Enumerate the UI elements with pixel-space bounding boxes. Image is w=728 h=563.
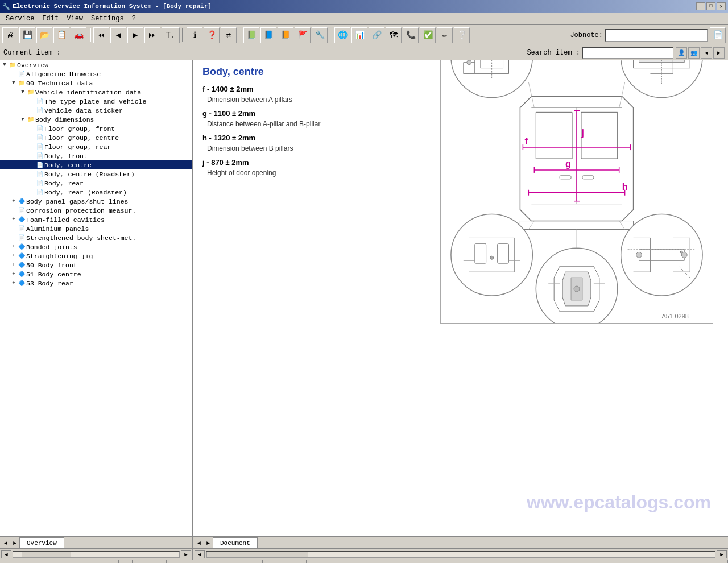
scroll-left-btn[interactable]: ◄: [1, 550, 11, 558]
minimize-button[interactable]: ─: [696, 2, 705, 10]
tree-item-allgemeine[interactable]: 📄 Allgemeine Hinweise: [0, 69, 192, 78]
toolbar-save-btn[interactable]: 💾: [19, 27, 35, 43]
toolbar-pencil-btn[interactable]: ✏: [437, 27, 453, 43]
tree-item-strengthened[interactable]: 📄 Strengthened body sheet-met.: [0, 233, 192, 242]
toolbar-first-btn[interactable]: ⏮: [93, 27, 109, 43]
search-forward-btn[interactable]: ▶: [713, 47, 725, 59]
menu-settings[interactable]: Settings: [88, 14, 127, 24]
tree-item-corrosion[interactable]: 📄 Corrosion protection measur.: [0, 206, 192, 215]
tree-item-floor-front[interactable]: 📄 Floor group, front: [0, 124, 192, 133]
toolbar-book1-btn[interactable]: 📗: [243, 27, 259, 43]
expand-icon: [28, 125, 35, 133]
title-bar-controls[interactable]: ─ □ ✕: [696, 2, 726, 10]
toolbar-doc-btn[interactable]: 📋: [53, 27, 69, 43]
search-person-btn[interactable]: 👤: [676, 47, 687, 59]
tree-label: The type plate and vehicle: [44, 98, 146, 105]
tree-label: Strengthened body sheet-met.: [26, 234, 136, 242]
tree-label: Vehicle identification data: [35, 89, 141, 96]
tree-item-vehicle-data[interactable]: 📄 Vehicle data sticker: [0, 106, 192, 115]
menu-edit[interactable]: Edit: [39, 14, 62, 24]
toolbar-last-btn[interactable]: ⏭: [144, 27, 160, 43]
toolbar-link-btn[interactable]: 🔗: [369, 27, 384, 43]
toolbar-car-btn[interactable]: 🚗: [71, 27, 86, 43]
left-scrollbar-area: ◄ ► Overview ◄ ►: [0, 537, 193, 560]
expand-icon: [28, 106, 35, 114]
tree-item-body-rear[interactable]: 📄 Body, rear: [0, 179, 192, 188]
tree-item-aluminium[interactable]: 📄 Aluminium panels: [0, 224, 192, 233]
right-scroll-left[interactable]: ◄: [195, 539, 204, 548]
toolbar-print-btn[interactable]: 🖨: [2, 27, 18, 43]
toolbar-map-btn[interactable]: 🗺: [386, 27, 402, 43]
search-back-btn[interactable]: ◀: [701, 47, 712, 59]
toolbar-exchange-btn[interactable]: ⇄: [221, 27, 237, 43]
tree-item-body-front[interactable]: 📄 Body, front: [0, 151, 192, 160]
toolbar-next-btn[interactable]: ▶: [127, 27, 143, 43]
tree-item-body-centre[interactable]: 📄 Body, centre: [0, 160, 192, 169]
menu-help[interactable]: ?: [129, 14, 139, 24]
toolbar-q-btn[interactable]: ❔: [454, 27, 470, 43]
expand-icon: +: [10, 197, 17, 205]
scroll-track-left[interactable]: [13, 551, 180, 558]
toolbar-prev-btn[interactable]: ◀: [110, 27, 126, 43]
jobnote-area: Jobnote: 📄: [570, 27, 726, 43]
toolbar-book2-btn[interactable]: 📘: [260, 27, 276, 43]
tab-document[interactable]: Document: [213, 537, 258, 549]
left-scroll-right[interactable]: ►: [10, 539, 19, 548]
tree-item-53[interactable]: + 🔷 53 Body rear: [0, 279, 192, 288]
close-button[interactable]: ✕: [717, 2, 726, 10]
maximize-button[interactable]: □: [706, 2, 715, 10]
search-person2-btn[interactable]: 👥: [688, 47, 700, 59]
jobnote-input[interactable]: [605, 29, 708, 42]
toolbar-help-btn[interactable]: ❓: [204, 27, 220, 43]
doc-icon: 📄: [35, 134, 44, 142]
scroll-right-btn2[interactable]: ►: [717, 550, 727, 558]
tree-item-50[interactable]: + 🔷 50 Body front: [0, 260, 192, 270]
toolbar-phone-btn[interactable]: 📞: [403, 27, 419, 43]
status-num2: 1: [714, 560, 728, 563]
tree-label: Aluminium panels: [26, 225, 89, 233]
tree-item-floor-centre[interactable]: 📄 Floor group, centre: [0, 133, 192, 142]
tree-item-panel-gaps[interactable]: + 🔷 Body panel gaps/shut lines: [0, 197, 192, 206]
tree-label: Foam-filled cavities: [26, 216, 105, 223]
folder-icon: 📁: [17, 79, 26, 87]
toolbar-book3-btn[interactable]: 📙: [278, 27, 293, 43]
tree-item-straightening[interactable]: + 🔷 Straightening jig: [0, 251, 192, 260]
tree-item-technical[interactable]: ▼ 📁 00 Technical data: [0, 78, 192, 88]
toolbar-wrench-btn[interactable]: 🔧: [312, 27, 328, 43]
search-input[interactable]: [582, 47, 673, 59]
doc-icon: 📄: [35, 179, 44, 187]
tree-item-body-rear-roadster[interactable]: 📄 Body, rear (Roadster): [0, 188, 192, 197]
tab-overview[interactable]: Overview: [19, 537, 64, 549]
menu-view[interactable]: View: [63, 14, 86, 24]
left-scroll-left[interactable]: ◄: [1, 539, 10, 548]
toolbar-check-btn[interactable]: ✅: [420, 27, 436, 43]
scroll-left-btn2[interactable]: ◄: [195, 550, 205, 558]
toolbar-open-btn[interactable]: 📂: [36, 27, 52, 43]
toolbar-flag-btn[interactable]: 🚩: [295, 27, 311, 43]
tree-item-overview[interactable]: ▼ 📁 Overview: [0, 60, 192, 69]
body-diagram: f g h j A51-0: [441, 60, 713, 323]
tree-item-body-centre-roadster[interactable]: 📄 Body, centre (Roadster): [0, 169, 192, 179]
scroll-track-right[interactable]: [206, 551, 715, 558]
toolbar-globe-btn[interactable]: 🌐: [334, 27, 350, 43]
tree-item-body-dim[interactable]: ▼ 📁 Body dimensions: [0, 115, 192, 124]
tree-item-type-plate[interactable]: 📄 The type plate and vehicle: [0, 97, 192, 106]
tree-item-floor-rear[interactable]: 📄 Floor group, rear: [0, 142, 192, 151]
toolbar-chart-btn[interactable]: 📊: [351, 27, 367, 43]
jobnote-action-btn[interactable]: 📄: [710, 27, 726, 43]
tree-label: 53 Body rear: [26, 280, 73, 287]
right-scroll-right[interactable]: ►: [204, 539, 213, 548]
toolbar-text-btn[interactable]: T.: [162, 27, 180, 43]
scroll-right-btn[interactable]: ►: [181, 550, 191, 558]
toolbar-info-btn[interactable]: ℹ: [187, 27, 202, 43]
tree-item-vehicle-id[interactable]: ▼ 📁 Vehicle identification data: [0, 88, 192, 97]
menu-service[interactable]: Service: [2, 14, 38, 24]
tree-item-foam[interactable]: + 🔷 Foam-filled cavities: [0, 215, 192, 224]
tree-label: Body panel gaps/shut lines: [26, 198, 128, 205]
tree-item-51[interactable]: + 🔷 51 Body centre: [0, 270, 192, 279]
tree-item-bonded[interactable]: + 🔷 Bonded joints: [0, 242, 192, 251]
svg-point-14: [636, 252, 642, 258]
svg-text:g: g: [565, 159, 571, 169]
doc-icon: 📄: [35, 125, 44, 133]
jobnote-label: Jobnote:: [570, 31, 603, 39]
